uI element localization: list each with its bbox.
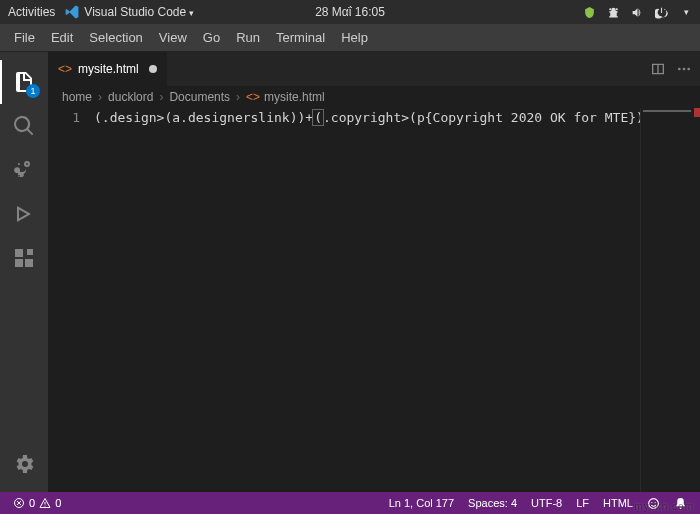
menu-bar: File Edit Selection View Go Run Terminal… [0, 24, 700, 52]
svg-point-6 [687, 68, 690, 71]
activity-search[interactable] [0, 104, 48, 148]
tab-mysite[interactable]: <> mysite.html [48, 52, 168, 86]
dirty-indicator-icon [149, 65, 157, 73]
breadcrumbs[interactable]: home › ducklord › Documents › <> mysite.… [48, 86, 700, 108]
vscode-icon [65, 5, 79, 19]
activity-source-control[interactable] [0, 148, 48, 192]
svg-point-3 [612, 14, 614, 16]
status-indent[interactable]: Spaces: 4 [461, 497, 524, 510]
svg-point-2 [615, 8, 617, 10]
svg-point-1 [609, 8, 611, 10]
activities-button[interactable]: Activities [8, 5, 55, 19]
breadcrumb-seg[interactable]: home [62, 90, 92, 104]
svg-point-10 [649, 498, 659, 508]
main-area: 1 <> mysite.html [0, 52, 700, 492]
warning-count: 0 [55, 497, 61, 509]
status-feedback-icon[interactable] [640, 497, 667, 510]
system-menu-dropdown-icon[interactable] [678, 5, 692, 19]
menu-view[interactable]: View [151, 30, 195, 45]
app-name-label: Visual Studio Code [84, 5, 194, 19]
clock-label[interactable]: 28 Μαΐ 16:05 [315, 5, 385, 19]
menu-file[interactable]: File [6, 30, 43, 45]
error-icon [13, 497, 25, 509]
tab-bar: <> mysite.html [48, 52, 700, 86]
menu-terminal[interactable]: Terminal [268, 30, 333, 45]
svg-point-12 [655, 501, 656, 502]
tab-filename-label: mysite.html [78, 62, 139, 76]
network-icon[interactable] [606, 5, 620, 19]
active-app-menu[interactable]: Visual Studio Code [65, 5, 194, 19]
menu-go[interactable]: Go [195, 30, 228, 45]
line-gutter: 1 [48, 108, 94, 492]
editor-group: <> mysite.html home › ducklord › Documen… [48, 52, 700, 492]
breadcrumb-seg[interactable]: ducklord [108, 90, 153, 104]
chevron-right-icon: › [157, 90, 165, 104]
svg-point-5 [683, 68, 686, 71]
split-editor-icon[interactable] [650, 61, 666, 77]
html-file-icon: <> [246, 90, 260, 104]
breadcrumb-seg[interactable]: Documents [169, 90, 230, 104]
menu-selection[interactable]: Selection [81, 30, 150, 45]
code-content[interactable]: (.design>(a.designerslink))+(.copyright>… [94, 108, 640, 492]
power-icon[interactable] [654, 5, 668, 19]
code-editor[interactable]: 1 (.design>(a.designerslink))+(.copyrigh… [48, 108, 700, 492]
volume-icon[interactable] [630, 5, 644, 19]
chevron-right-icon: › [234, 90, 242, 104]
more-actions-icon[interactable] [676, 61, 692, 77]
status-line-col[interactable]: Ln 1, Col 177 [382, 497, 461, 510]
breadcrumb-seg[interactable]: mysite.html [264, 90, 325, 104]
activity-bar: 1 [0, 52, 48, 492]
menu-help[interactable]: Help [333, 30, 376, 45]
status-language[interactable]: HTML [596, 497, 640, 510]
warning-icon [39, 497, 51, 509]
minimap-cursor-mark [694, 108, 700, 117]
html-file-icon: <> [58, 62, 72, 76]
shield-icon[interactable] [582, 5, 596, 19]
svg-point-11 [651, 501, 652, 502]
svg-point-9 [45, 506, 46, 507]
minimap-line [643, 110, 691, 112]
status-problems[interactable]: 0 0 [6, 497, 68, 509]
svg-rect-0 [609, 11, 618, 12]
activity-run-debug[interactable] [0, 192, 48, 236]
status-encoding[interactable]: UTF-8 [524, 497, 569, 510]
status-notifications-icon[interactable] [667, 497, 694, 510]
minimap[interactable] [640, 108, 700, 492]
status-eol[interactable]: LF [569, 497, 596, 510]
menu-edit[interactable]: Edit [43, 30, 81, 45]
activity-extensions[interactable] [0, 236, 48, 280]
error-count: 0 [29, 497, 35, 509]
os-top-bar: Activities Visual Studio Code 28 Μαΐ 16:… [0, 0, 700, 24]
svg-point-4 [678, 68, 681, 71]
explorer-badge: 1 [26, 84, 40, 98]
chevron-right-icon: › [96, 90, 104, 104]
menu-run[interactable]: Run [228, 30, 268, 45]
line-number: 1 [48, 110, 80, 125]
status-bar: 0 0 Ln 1, Col 177 Spaces: 4 UTF-8 LF HTM… [0, 492, 700, 514]
activity-settings[interactable] [0, 442, 48, 486]
activity-explorer[interactable]: 1 [0, 60, 48, 104]
